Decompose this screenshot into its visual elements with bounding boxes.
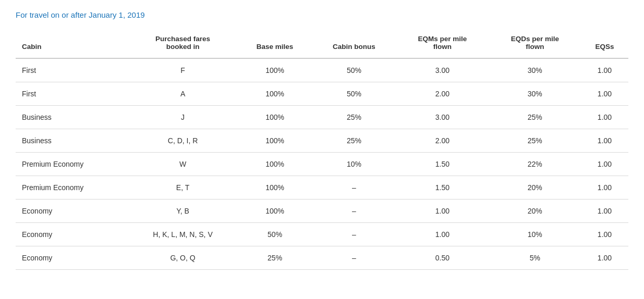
cell-eqds: 20% bbox=[489, 176, 581, 200]
cell-cabin_bonus: 10% bbox=[312, 153, 396, 176]
cell-eoss: 1.00 bbox=[581, 153, 628, 176]
cell-eoss: 1.00 bbox=[581, 176, 628, 200]
cell-cabin: Economy bbox=[16, 246, 128, 270]
cell-eqds: 30% bbox=[489, 82, 581, 106]
cell-eoss: 1.00 bbox=[581, 246, 628, 270]
cell-cabin: Economy bbox=[16, 200, 128, 223]
cell-cabin: First bbox=[16, 82, 128, 106]
table-row: BusinessC, D, I, R100%25%2.0025%1.00 bbox=[16, 129, 628, 153]
cell-eqds: 30% bbox=[489, 58, 581, 82]
header-base-miles: Base miles bbox=[237, 30, 312, 58]
cell-cabin: Premium Economy bbox=[16, 176, 128, 200]
fare-table: Cabin Purchased faresbooked in Base mile… bbox=[16, 30, 628, 270]
header-eqds: EQDs per mileflown bbox=[489, 30, 581, 58]
cell-cabin: Business bbox=[16, 129, 128, 153]
table-row: BusinessJ100%25%3.0025%1.00 bbox=[16, 106, 628, 129]
table-row: Premium EconomyE, T100%–1.5020%1.00 bbox=[16, 176, 628, 200]
table-row: EconomyH, K, L, M, N, S, V50%–1.0010%1.0… bbox=[16, 223, 628, 246]
cell-cabin: Premium Economy bbox=[16, 153, 128, 176]
cell-cabin_bonus: 50% bbox=[312, 58, 396, 82]
cell-cabin_bonus: – bbox=[312, 223, 396, 246]
cell-fares: F bbox=[128, 58, 238, 82]
cell-cabin_bonus: – bbox=[312, 246, 396, 270]
cell-fares: Y, B bbox=[128, 200, 238, 223]
cell-fares: E, T bbox=[128, 176, 238, 200]
cell-eoss: 1.00 bbox=[581, 200, 628, 223]
cell-eqms: 2.00 bbox=[396, 82, 489, 106]
cell-base_miles: 100% bbox=[237, 58, 312, 82]
cell-eoss: 1.00 bbox=[581, 58, 628, 82]
cell-eqms: 3.00 bbox=[396, 106, 489, 129]
cell-eqds: 5% bbox=[489, 246, 581, 270]
cell-eqms: 1.50 bbox=[396, 176, 489, 200]
cell-cabin: Business bbox=[16, 106, 128, 129]
cell-eqds: 25% bbox=[489, 106, 581, 129]
cell-base_miles: 100% bbox=[237, 82, 312, 106]
cell-eqms: 0.50 bbox=[396, 246, 489, 270]
table-row: FirstA100%50%2.0030%1.00 bbox=[16, 82, 628, 106]
cell-fares: G, O, Q bbox=[128, 246, 238, 270]
cell-eoss: 1.00 bbox=[581, 82, 628, 106]
cell-eoss: 1.00 bbox=[581, 223, 628, 246]
cell-eqms: 2.00 bbox=[396, 129, 489, 153]
cell-cabin_bonus: – bbox=[312, 200, 396, 223]
table-row: Premium EconomyW100%10%1.5022%1.00 bbox=[16, 153, 628, 176]
cell-fares: A bbox=[128, 82, 238, 106]
cell-cabin_bonus: 25% bbox=[312, 129, 396, 153]
cell-cabin_bonus: 50% bbox=[312, 82, 396, 106]
header-cabin-bonus: Cabin bonus bbox=[312, 30, 396, 58]
table-row: FirstF100%50%3.0030%1.00 bbox=[16, 58, 628, 82]
cell-cabin_bonus: 25% bbox=[312, 106, 396, 129]
cell-base_miles: 100% bbox=[237, 153, 312, 176]
cell-base_miles: 25% bbox=[237, 246, 312, 270]
cell-eqms: 1.00 bbox=[396, 223, 489, 246]
cell-fares: J bbox=[128, 106, 238, 129]
cell-eoss: 1.00 bbox=[581, 106, 628, 129]
cell-eqms: 1.00 bbox=[396, 200, 489, 223]
cell-fares: H, K, L, M, N, S, V bbox=[128, 223, 238, 246]
cell-eqds: 10% bbox=[489, 223, 581, 246]
cell-base_miles: 100% bbox=[237, 176, 312, 200]
header-fares: Purchased faresbooked in bbox=[128, 30, 238, 58]
cell-eqms: 3.00 bbox=[396, 58, 489, 82]
cell-base_miles: 100% bbox=[237, 129, 312, 153]
cell-cabin_bonus: – bbox=[312, 176, 396, 200]
page-subtitle: For travel on or after January 1, 2019 bbox=[16, 10, 628, 19]
cell-base_miles: 100% bbox=[237, 106, 312, 129]
table-row: EconomyY, B100%–1.0020%1.00 bbox=[16, 200, 628, 223]
cell-fares: W bbox=[128, 153, 238, 176]
cell-fares: C, D, I, R bbox=[128, 129, 238, 153]
cell-base_miles: 100% bbox=[237, 200, 312, 223]
cell-eqds: 22% bbox=[489, 153, 581, 176]
cell-eqms: 1.50 bbox=[396, 153, 489, 176]
cell-eqds: 20% bbox=[489, 200, 581, 223]
header-eoss: EQSs bbox=[581, 30, 628, 58]
table-header-row: Cabin Purchased faresbooked in Base mile… bbox=[16, 30, 628, 58]
header-eqms: EQMs per mileflown bbox=[396, 30, 489, 58]
cell-eoss: 1.00 bbox=[581, 129, 628, 153]
cell-base_miles: 50% bbox=[237, 223, 312, 246]
header-cabin: Cabin bbox=[16, 30, 128, 58]
cell-cabin: Economy bbox=[16, 223, 128, 246]
cell-cabin: First bbox=[16, 58, 128, 82]
table-row: EconomyG, O, Q25%–0.505%1.00 bbox=[16, 246, 628, 270]
cell-eqds: 25% bbox=[489, 129, 581, 153]
